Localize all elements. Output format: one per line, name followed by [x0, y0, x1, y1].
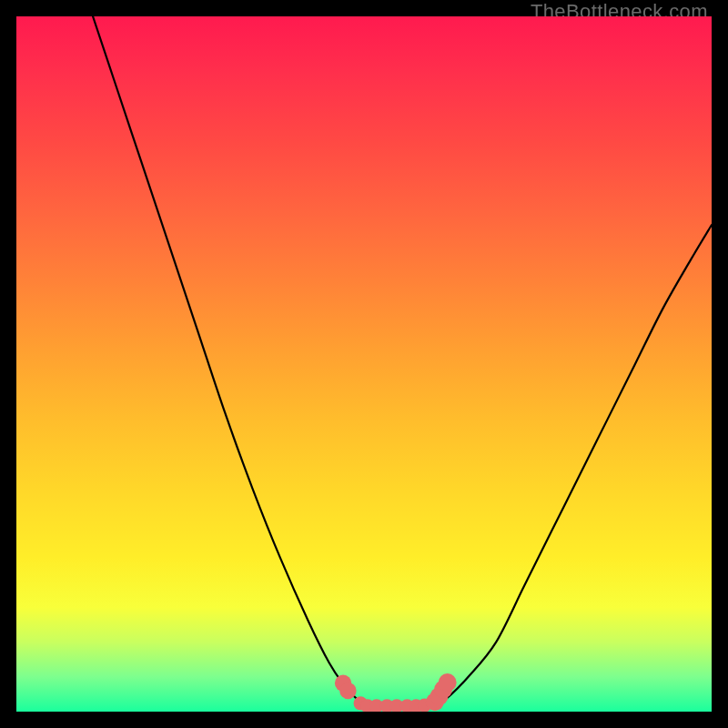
- chart-frame: TheBottleneck.com: [0, 0, 728, 728]
- plot-area: [16, 16, 712, 712]
- right-curve: [433, 225, 712, 706]
- marker-group: [335, 673, 457, 712]
- curve-layer: [16, 16, 712, 712]
- data-marker: [339, 682, 356, 699]
- left-curve: [93, 16, 368, 706]
- data-marker: [439, 673, 457, 692]
